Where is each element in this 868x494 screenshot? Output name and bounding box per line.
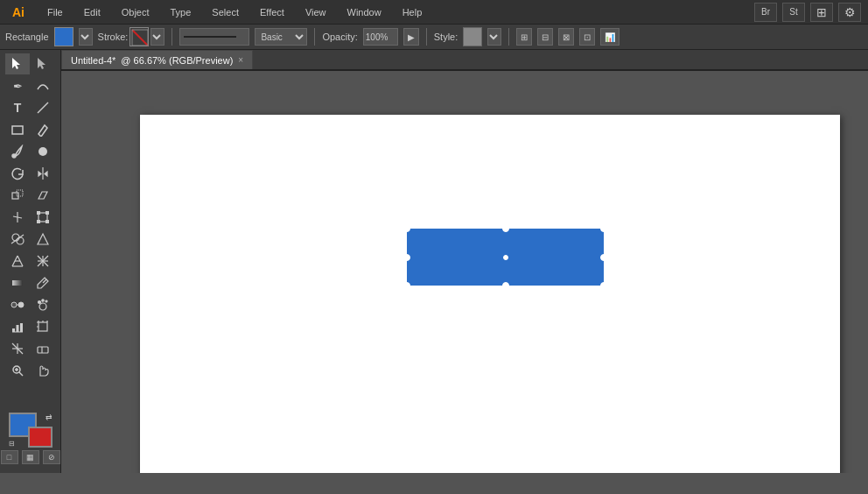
handle-bottom-right[interactable] xyxy=(600,282,607,289)
tool-row-15 xyxy=(5,360,55,381)
menu-view[interactable]: View xyxy=(302,5,330,19)
tab-title: Untitled-4* xyxy=(71,55,116,66)
menu-help[interactable]: Help xyxy=(399,5,426,19)
divider-2 xyxy=(314,28,315,46)
menu-object[interactable]: Object xyxy=(118,5,153,19)
rotate-tool[interactable] xyxy=(5,163,30,184)
default-colors-icon[interactable]: ⊟ xyxy=(9,440,15,448)
shape-builder-tool[interactable] xyxy=(5,229,30,250)
handle-top-mid[interactable] xyxy=(502,225,509,232)
gradient-btn[interactable]: ▦ xyxy=(22,450,39,464)
direct-selection-tool[interactable] xyxy=(31,53,55,74)
workspace-icon-btn[interactable]: ⊞ xyxy=(810,3,833,22)
tool-row-14 xyxy=(5,338,55,359)
stroke-indicator: Stroke: ▼ xyxy=(98,27,165,46)
stroke-style-select[interactable]: Basic xyxy=(255,28,307,46)
menu-file[interactable]: File xyxy=(44,5,66,19)
fill-options-select[interactable]: ▼ xyxy=(79,28,93,46)
chart-btn[interactable]: 📊 xyxy=(600,28,620,46)
tool-row-13 xyxy=(5,316,55,337)
selection-tool[interactable] xyxy=(5,53,30,74)
stroke-color-swatch[interactable] xyxy=(130,27,149,46)
transform-btn[interactable]: ⊠ xyxy=(558,28,574,46)
symbol-sprayer-tool[interactable] xyxy=(31,294,55,315)
style-label: Style: xyxy=(434,32,458,42)
fg-bg-colors: ⇄ ⊟ xyxy=(9,413,52,448)
paintbrush-tool[interactable] xyxy=(5,141,30,162)
handle-top-right[interactable] xyxy=(600,225,607,232)
curvature-tool[interactable] xyxy=(31,75,55,96)
divider-1 xyxy=(172,28,172,46)
mesh-tool[interactable] xyxy=(31,251,55,272)
tab-close-btn[interactable]: × xyxy=(238,55,243,65)
line-tool[interactable] xyxy=(31,97,55,118)
slice-tool[interactable] xyxy=(5,338,30,359)
opacity-input[interactable] xyxy=(363,28,398,46)
svg-point-41 xyxy=(42,300,44,301)
style-options-select[interactable]: ▼ xyxy=(487,28,501,46)
pencil-tool[interactable] xyxy=(31,119,55,140)
pen-tool[interactable]: ✒ xyxy=(5,75,30,96)
opacity-more-btn[interactable]: ▶ xyxy=(403,28,419,46)
rectangle-tool[interactable] xyxy=(5,119,30,140)
reflect-tool[interactable] xyxy=(31,163,55,184)
doc-area: Untitled-4* @ 66.67% (RGB/Preview) × xyxy=(61,50,868,473)
left-toolbar: ✒ T xyxy=(0,50,61,473)
divider-3 xyxy=(426,28,427,46)
fill-color-swatch[interactable] xyxy=(54,27,74,46)
pathfinder-btn[interactable]: ⊡ xyxy=(579,28,595,46)
perspective-grid-tool[interactable] xyxy=(5,251,30,272)
canvas-container[interactable] xyxy=(61,71,868,473)
handle-bottom-mid[interactable] xyxy=(502,282,509,289)
free-transform-tool[interactable] xyxy=(31,207,55,228)
menu-type[interactable]: Type xyxy=(167,5,195,19)
handle-mid-left[interactable] xyxy=(403,254,410,261)
type-tool[interactable]: T xyxy=(5,97,30,118)
scale-tool[interactable] xyxy=(5,185,30,206)
none-btn[interactable]: ⊘ xyxy=(43,450,60,464)
svg-rect-56 xyxy=(38,347,48,353)
handle-bottom-left[interactable] xyxy=(403,282,410,289)
eyedropper-tool[interactable] xyxy=(31,272,55,293)
style-swatch[interactable] xyxy=(463,27,482,46)
selected-rectangle[interactable] xyxy=(407,229,604,286)
column-graph-tool[interactable] xyxy=(5,316,30,337)
menu-effect[interactable]: Effect xyxy=(256,5,288,19)
svg-rect-42 xyxy=(12,328,15,332)
blob-brush-tool[interactable] xyxy=(31,141,55,162)
tool-row-1 xyxy=(5,53,55,74)
blend-tool[interactable] xyxy=(5,294,30,315)
menu-select[interactable]: Select xyxy=(208,5,242,19)
swap-colors-icon[interactable]: ⇄ xyxy=(46,413,52,421)
width-tool[interactable] xyxy=(5,207,30,228)
menu-window[interactable]: Window xyxy=(344,5,385,19)
live-paint-tool[interactable] xyxy=(31,229,55,250)
handle-mid-right[interactable] xyxy=(600,254,607,261)
motion-icon-btn[interactable]: ⚙ xyxy=(838,3,861,22)
svg-marker-2 xyxy=(12,58,20,69)
eraser-tool[interactable] xyxy=(31,338,55,359)
color-mode-row: □ ▦ ⊘ xyxy=(1,450,60,464)
background-color[interactable] xyxy=(28,427,52,448)
bridge-icon-btn[interactable]: Br xyxy=(754,3,777,22)
svg-rect-17 xyxy=(37,211,40,215)
menu-edit[interactable]: Edit xyxy=(80,5,104,19)
hand-tool[interactable] xyxy=(31,360,55,381)
arrange-btn[interactable]: ⊟ xyxy=(537,28,553,46)
artboard-tool[interactable] xyxy=(31,316,55,337)
stroke-options-select[interactable]: ▼ xyxy=(150,28,164,46)
svg-rect-44 xyxy=(20,323,23,332)
gradient-tool[interactable] xyxy=(5,272,30,293)
document-tab[interactable]: Untitled-4* @ 66.67% (RGB/Preview) × xyxy=(61,50,253,69)
handle-center xyxy=(503,255,508,260)
svg-line-0 xyxy=(132,30,148,46)
svg-line-4 xyxy=(38,102,48,113)
align-btn[interactable]: ⊞ xyxy=(516,28,532,46)
zoom-tool[interactable] xyxy=(5,360,30,381)
stock-icon-btn[interactable]: St xyxy=(782,3,805,22)
shear-tool[interactable] xyxy=(31,185,55,206)
svg-marker-3 xyxy=(38,58,46,69)
fill-none-btn[interactable]: □ xyxy=(1,450,18,464)
handle-top-left[interactable] xyxy=(403,225,410,232)
tool-row-6 xyxy=(5,163,55,184)
